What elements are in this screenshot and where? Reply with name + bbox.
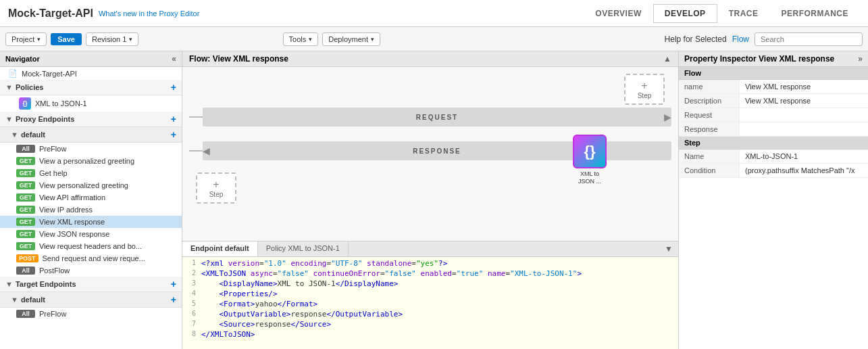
badge-get: GET xyxy=(16,169,35,177)
code-tabs: Endpoint default Policy XML to JSON-1 ▼ xyxy=(182,241,678,257)
flow-title: Flow: View XML response xyxy=(189,54,288,64)
request-row: REQUEST ▶ xyxy=(189,108,671,126)
badge-get: GET xyxy=(16,193,35,202)
sidebar-subsection-target-default[interactable]: ▼ default + xyxy=(0,292,182,308)
sidebar-item-view-greeting[interactable]: GET View a personalized greeting xyxy=(0,155,182,167)
sidebar-section-policies[interactable]: ▼ Policies + xyxy=(0,80,182,95)
prop-row-condition: Condition (proxy.pathsuffix MatchesPath … xyxy=(679,164,868,178)
step-box-top[interactable]: + Step xyxy=(624,74,665,105)
help-link[interactable]: Flow xyxy=(732,34,749,44)
code-line-4: 4 <Properties/> xyxy=(182,289,678,299)
app-title: Mock-Target-API xyxy=(8,7,93,20)
badge-all: All xyxy=(16,310,35,318)
chevron-down-icon: ▾ xyxy=(309,36,312,43)
request-arrow-right: ▶ xyxy=(664,112,671,122)
request-label: REQUEST xyxy=(416,114,458,121)
toggle-icon: ▼ xyxy=(11,296,18,304)
code-line-8: 8 </XMLToJSON> xyxy=(182,329,678,340)
sidebar-item-target-preflow[interactable]: All PreFlow xyxy=(0,308,182,320)
property-panel: Property Inspector View XML response » F… xyxy=(679,51,868,349)
sidebar-item-view-ip[interactable]: GET View IP address xyxy=(0,204,182,216)
add-target-default-btn[interactable]: + xyxy=(171,294,176,305)
code-line-7: 7 <Source>response</Source> xyxy=(182,319,678,329)
expand-property-btn[interactable]: » xyxy=(858,54,863,64)
revision-dropdown[interactable]: Revision 1 ▾ xyxy=(86,32,138,46)
toolbar-left: Project ▾ Save Revision 1 ▾ xyxy=(5,32,138,46)
property-inspector-header: Property Inspector View XML response » xyxy=(679,51,868,67)
flow-area: Flow: View XML response ▲ + Step REQUEST… xyxy=(182,51,679,349)
policy-node-xml-to-json[interactable]: {} XML toJSON ... xyxy=(569,135,611,185)
code-content[interactable]: 1 <?xml version="1.0" encoding="UTF-8" s… xyxy=(182,257,678,349)
toggle-icon: ▼ xyxy=(5,83,13,91)
add-proxy-endpoint-btn[interactable]: + xyxy=(171,114,176,124)
prop-section-step: Step xyxy=(679,137,868,149)
sidebar-item-xml-to-json[interactable]: {} XML to JSON-1 xyxy=(0,95,182,112)
plus-icon: + xyxy=(641,80,647,92)
sidebar-item-view-personalized-greeting[interactable]: GET View personalized greeting xyxy=(0,179,182,191)
project-dropdown[interactable]: Project ▾ xyxy=(5,32,47,46)
flow-canvas: + Step REQUEST ▶ ◀ RESPONSE xyxy=(182,67,678,241)
toggle-icon: ▼ xyxy=(11,131,18,139)
sidebar-section-target-endpoints[interactable]: ▼ Target Endpoints + xyxy=(0,277,182,292)
add-policy-btn[interactable]: + xyxy=(171,82,176,93)
code-scroll-btn[interactable]: ▼ xyxy=(659,241,678,256)
badge-get: GET xyxy=(16,181,35,189)
sidebar-item-view-request-headers[interactable]: GET View request headers and bo... xyxy=(0,240,182,252)
tab-overview[interactable]: OVERVIEW xyxy=(584,4,653,23)
main-layout: Navigator « 📄 Mock-Target-API ▼ Policies… xyxy=(0,51,868,349)
nav-tabs: OVERVIEW DEVELOP TRACE PERFORMANCE xyxy=(584,4,860,23)
badge-get: GET xyxy=(16,230,35,238)
sidebar-item-preflow[interactable]: All PreFlow xyxy=(0,143,182,155)
request-bar: REQUEST ▶ xyxy=(203,108,671,126)
policy-icon: {} xyxy=(19,97,31,110)
deployment-dropdown[interactable]: Deployment ▾ xyxy=(322,32,380,46)
toggle-icon: ▼ xyxy=(5,280,13,288)
prop-row-step-name: Name XML-to-JSON-1 xyxy=(679,149,868,164)
sidebar-header: Navigator « xyxy=(0,51,182,67)
sidebar-item-send-request[interactable]: POST Send request and view reque... xyxy=(0,252,182,264)
chevron-down-icon: ▾ xyxy=(371,36,374,43)
tools-dropdown[interactable]: Tools ▾ xyxy=(283,32,319,46)
badge-post: POST xyxy=(16,254,39,262)
top-nav: Mock-Target-API What's new in the Proxy … xyxy=(0,0,868,27)
collapse-sidebar-btn[interactable]: « xyxy=(172,54,176,64)
req-line-left xyxy=(189,116,203,118)
sidebar-item-view-xml[interactable]: GET View XML response xyxy=(0,216,182,228)
badge-get: GET xyxy=(16,157,35,165)
step-box-bottom[interactable]: + Step xyxy=(196,172,236,204)
sidebar-section-proxy-endpoints[interactable]: ▼ Proxy Endpoints + xyxy=(0,112,182,127)
expand-flow-btn[interactable]: ▲ xyxy=(663,54,671,64)
tab-performance[interactable]: PERFORMANCE xyxy=(769,4,860,23)
toolbar: Project ▾ Save Revision 1 ▾ Tools ▾ Depl… xyxy=(0,27,868,51)
sidebar-item-view-json[interactable]: GET View JSON response xyxy=(0,228,182,240)
plus-icon: + xyxy=(213,179,219,191)
search-input[interactable] xyxy=(755,32,863,46)
add-default-btn[interactable]: + xyxy=(171,129,176,140)
save-button[interactable]: Save xyxy=(51,33,82,45)
tab-trace[interactable]: TRACE xyxy=(717,4,770,23)
tab-develop[interactable]: DEVELOP xyxy=(653,4,717,23)
code-line-6: 6 <OutputVariable>response</OutputVariab… xyxy=(182,309,678,319)
chevron-down-icon: ▾ xyxy=(129,36,132,43)
code-line-5: 5 <Format>yahoo</Format> xyxy=(182,299,678,309)
step-label: Step xyxy=(638,92,652,99)
resp-line-left xyxy=(189,150,203,152)
add-target-endpoint-btn[interactable]: + xyxy=(171,279,176,289)
response-arrow-left: ◀ xyxy=(203,145,210,156)
sidebar-subsection-default[interactable]: ▼ default + xyxy=(0,127,182,143)
code-area: Endpoint default Policy XML to JSON-1 ▼ … xyxy=(182,241,678,349)
toolbar-right: Help for Selected Flow xyxy=(665,32,863,46)
sidebar-item-root[interactable]: 📄 Mock-Target-API xyxy=(0,67,182,80)
sidebar-item-view-api-affirmation[interactable]: GET View API affirmation xyxy=(0,191,182,204)
code-tab-policy[interactable]: Policy XML to JSON-1 xyxy=(258,241,349,256)
sidebar-item-postflow[interactable]: All PostFlow xyxy=(0,264,182,277)
code-line-2: 2 <XMLToJSON async="false" continueOnErr… xyxy=(182,269,678,279)
code-line-1: 1 <?xml version="1.0" encoding="UTF-8" s… xyxy=(182,258,678,269)
badge-get: GET xyxy=(16,242,35,250)
app-subtitle[interactable]: What's new in the Proxy Editor xyxy=(99,9,199,18)
step-label: Step xyxy=(209,191,224,198)
policy-icon-large: {} xyxy=(573,135,607,168)
sidebar-item-get-help[interactable]: GET Get help xyxy=(0,167,182,179)
code-tab-endpoint[interactable]: Endpoint default xyxy=(182,241,258,256)
prop-row-response: Response xyxy=(679,122,868,137)
